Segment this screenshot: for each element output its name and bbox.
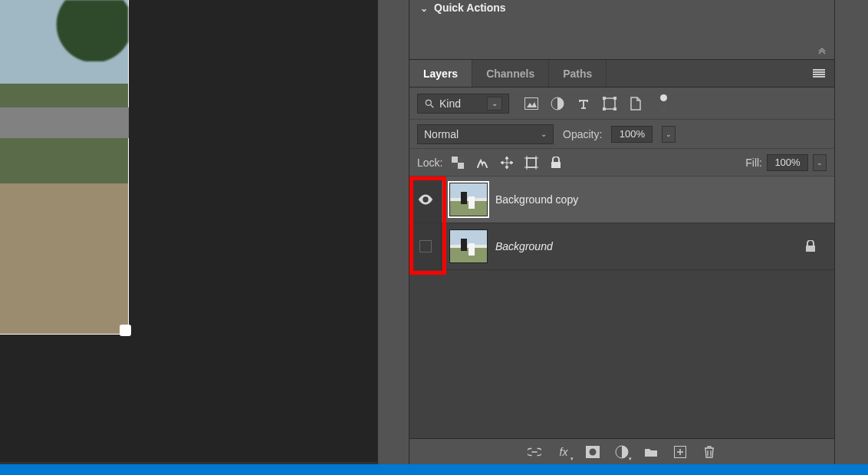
filter-adjustment-icon[interactable]: [551, 97, 564, 111]
layer-visibility-toggle[interactable]: [409, 176, 442, 223]
svg-rect-9: [613, 107, 616, 111]
panel-expand-grip-icon[interactable]: [817, 45, 827, 54]
svg-rect-8: [603, 107, 606, 111]
chevron-down-icon: ⌄: [541, 130, 547, 138]
lock-label: Lock:: [417, 157, 442, 169]
quick-actions-panel: ⌄ Quick Actions: [409, 0, 834, 60]
lock-position-icon[interactable]: [499, 155, 515, 170]
chevron-down-icon: ⌄: [420, 3, 428, 14]
panel-flyout-menu-button[interactable]: [813, 60, 825, 87]
tab-paths-label: Paths: [563, 68, 592, 80]
svg-rect-14: [527, 158, 536, 167]
layer-filter-row: Kind ⌄: [409, 87, 834, 120]
lock-transparency-icon[interactable]: [450, 155, 465, 170]
svg-rect-21: [806, 246, 815, 252]
right-panels: ⌄ Quick Actions Layers Channels Paths: [409, 0, 834, 464]
blend-mode-value: Normal: [424, 128, 459, 140]
canvas-area[interactable]: [0, 0, 377, 462]
lock-row: Lock:: [409, 149, 834, 176]
svg-rect-10: [452, 157, 458, 163]
layer-visibility-toggle[interactable]: [409, 223, 442, 269]
svg-rect-13: [452, 163, 458, 169]
layers-bottom-bar: fx▾ ▾: [409, 438, 834, 464]
filter-shape-icon[interactable]: [603, 97, 616, 111]
opacity-label: Opacity:: [563, 128, 602, 140]
fill-dropdown-button[interactable]: ⌄: [813, 154, 827, 171]
quick-actions-title: Quick Actions: [434, 2, 506, 14]
fill-value-field[interactable]: 100%: [767, 154, 808, 171]
svg-rect-12: [458, 157, 464, 163]
fill-label: Fill:: [745, 157, 762, 169]
filter-kind-dropdown[interactable]: Kind ⌄: [417, 94, 509, 114]
blend-mode-dropdown[interactable]: Normal ⌄: [417, 124, 554, 144]
panel-gutter: [377, 0, 409, 464]
layer-locked-icon[interactable]: [805, 240, 816, 252]
svg-marker-3: [527, 102, 537, 107]
panel-right-strip: [834, 0, 868, 464]
svg-rect-7: [613, 97, 616, 100]
svg-rect-2: [525, 97, 538, 109]
canvas-image[interactable]: [0, 0, 129, 335]
opacity-value-field[interactable]: 100%: [611, 126, 653, 143]
layer-row-background-copy[interactable]: Background copy: [409, 176, 834, 223]
tab-paths[interactable]: Paths: [549, 60, 607, 87]
svg-rect-11: [458, 163, 464, 169]
filter-type-icons: [524, 94, 667, 113]
tab-channels-label: Channels: [486, 68, 534, 80]
layer-name-label[interactable]: Background: [495, 240, 553, 252]
layers-list[interactable]: Background copy Background: [409, 176, 834, 438]
quick-actions-header[interactable]: ⌄ Quick Actions: [420, 2, 824, 14]
new-layer-icon[interactable]: [673, 445, 687, 459]
chevron-down-icon: ⌄: [487, 97, 502, 111]
app-root: ⌄ Quick Actions Layers Channels Paths: [0, 0, 868, 464]
opacity-value: 100%: [620, 128, 645, 140]
lock-artboard-icon[interactable]: [524, 155, 539, 170]
filter-kind-label: Kind: [439, 97, 461, 110]
fill-value: 100%: [774, 157, 800, 168]
tab-channels[interactable]: Channels: [472, 60, 549, 87]
filter-toggle-switch[interactable]: [659, 94, 667, 113]
delete-layer-icon[interactable]: [702, 445, 716, 459]
layer-thumbnail[interactable]: [449, 183, 488, 216]
link-layers-icon[interactable]: [528, 445, 541, 459]
lock-image-icon[interactable]: [475, 155, 490, 170]
group-layers-icon[interactable]: [644, 445, 658, 459]
svg-rect-19: [551, 162, 561, 168]
filter-pixel-icon[interactable]: [524, 97, 538, 111]
blend-mode-row: Normal ⌄ Opacity: 100% ⌄: [409, 120, 834, 149]
hamburger-icon: [813, 69, 825, 78]
svg-rect-5: [604, 98, 615, 109]
layer-mask-icon[interactable]: [586, 445, 600, 459]
tab-layers-label: Layers: [423, 68, 458, 80]
svg-rect-6: [603, 97, 606, 100]
search-icon: [424, 98, 435, 109]
panel-tab-strip: Layers Channels Paths: [409, 60, 834, 87]
filter-type-icon[interactable]: [577, 97, 590, 111]
layer-thumbnail[interactable]: [449, 229, 488, 263]
tab-layers[interactable]: Layers: [409, 60, 472, 87]
lock-all-icon[interactable]: [548, 155, 564, 170]
layer-name-label[interactable]: Background copy: [495, 193, 578, 206]
transform-handle-br[interactable]: [120, 325, 131, 336]
layer-row-background[interactable]: Background: [409, 223, 834, 270]
svg-point-23: [590, 448, 597, 455]
eye-icon: [417, 191, 434, 208]
svg-point-0: [426, 100, 431, 105]
adjustment-layer-icon[interactable]: ▾: [615, 445, 629, 459]
opacity-dropdown-button[interactable]: ⌄: [662, 126, 676, 143]
layer-fx-icon[interactable]: fx▾: [557, 445, 570, 459]
svg-line-1: [431, 104, 434, 107]
filter-smartobject-icon[interactable]: [629, 97, 643, 111]
svg-point-20: [424, 198, 427, 201]
visibility-off-icon: [419, 240, 432, 252]
